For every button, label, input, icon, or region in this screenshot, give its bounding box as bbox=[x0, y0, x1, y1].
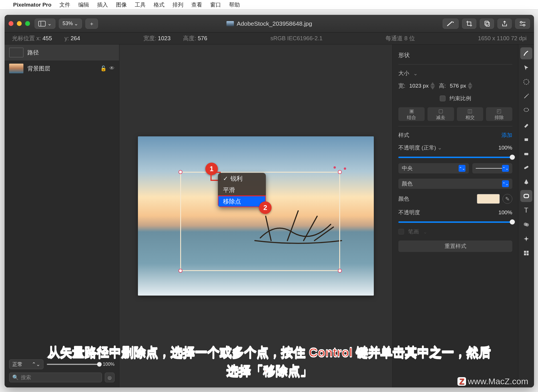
minimize-button[interactable] bbox=[17, 21, 22, 26]
context-item-smooth[interactable]: 平滑 bbox=[218, 184, 266, 196]
size-label[interactable]: 大小 bbox=[398, 70, 409, 77]
add-style-link[interactable]: 添加 bbox=[501, 132, 512, 139]
inspector-shape-title: 形状 bbox=[398, 51, 512, 59]
width-stepper[interactable] bbox=[430, 82, 435, 90]
tool-pen[interactable] bbox=[520, 176, 532, 188]
height-value[interactable]: 576 px bbox=[450, 83, 466, 89]
width-value[interactable]: 1023 px bbox=[409, 83, 429, 89]
layers-panel: 路径 背景图层 🔓 👁 正常⌃⌄ 100% bbox=[5, 45, 119, 387]
visibility-icon[interactable]: 👁 bbox=[109, 65, 115, 72]
boolean-exclude-button[interactable]: ◰排除 bbox=[486, 107, 512, 121]
arrow-icon bbox=[523, 65, 529, 70]
stroke-dash-select[interactable]: ⌃⌄ bbox=[472, 163, 512, 173]
app-name[interactable]: Pixelmator Pro bbox=[13, 2, 51, 8]
svg-rect-0 bbox=[39, 21, 45, 26]
duplicate-button[interactable] bbox=[480, 19, 494, 29]
tool-arrow[interactable] bbox=[520, 62, 532, 74]
svg-rect-13 bbox=[524, 153, 528, 155]
layer-name: 路径 bbox=[27, 49, 39, 56]
info-colorspace: sRGB IEC61966-2.1 bbox=[270, 35, 322, 42]
constrain-checkbox[interactable] bbox=[440, 96, 445, 101]
share-icon bbox=[501, 20, 508, 27]
intersect-icon: ◫ bbox=[467, 108, 472, 114]
menu-arrange[interactable]: 排列 bbox=[172, 1, 183, 9]
path-handle[interactable] bbox=[334, 166, 336, 169]
maximize-button[interactable] bbox=[25, 21, 30, 26]
menu-window[interactable]: 窗口 bbox=[210, 1, 221, 9]
tool-export[interactable] bbox=[520, 247, 532, 259]
filter-tags-button[interactable]: ◎ bbox=[105, 373, 115, 382]
tool-shape[interactable] bbox=[520, 190, 532, 202]
menu-edit[interactable]: 编辑 bbox=[78, 1, 89, 9]
tool-marquee[interactable] bbox=[520, 76, 532, 88]
tool-effects[interactable] bbox=[520, 233, 532, 245]
check-icon: ✓ bbox=[223, 175, 228, 182]
svg-rect-4 bbox=[486, 22, 489, 26]
path-handle[interactable] bbox=[344, 167, 346, 170]
lock-icon[interactable]: 🔓 bbox=[100, 65, 107, 72]
info-height: 高度: 576 bbox=[183, 35, 207, 42]
share-button[interactable] bbox=[497, 19, 512, 29]
adjustments-button[interactable] bbox=[515, 19, 530, 29]
menu-tools[interactable]: 工具 bbox=[135, 1, 146, 9]
menu-file[interactable]: 文件 bbox=[59, 1, 70, 9]
path-node[interactable] bbox=[338, 269, 342, 273]
stroke-align-select[interactable]: 中央⌃⌄ bbox=[398, 163, 469, 173]
tool-heal[interactable] bbox=[520, 161, 532, 173]
tool-lasso[interactable] bbox=[520, 104, 532, 116]
color-swatch[interactable] bbox=[477, 194, 500, 204]
tool-paint[interactable] bbox=[520, 119, 532, 131]
sliders-icon bbox=[519, 21, 526, 27]
canvas-area[interactable]: 1 ✓ 锐利 平滑 移除点 2 bbox=[119, 45, 392, 387]
menu-format[interactable]: 格式 bbox=[154, 1, 164, 9]
boolean-combine-button[interactable]: ▣结合 bbox=[398, 107, 425, 121]
macos-menubar[interactable]: Pixelmator Pro 文件 编辑 插入 图像 工具 格式 排列 查看 窗… bbox=[0, 0, 538, 10]
path-node[interactable] bbox=[338, 170, 342, 174]
path-node[interactable] bbox=[178, 170, 182, 174]
layer-search-input[interactable]: 🔍 搜索 bbox=[9, 373, 102, 382]
svg-rect-20 bbox=[524, 253, 526, 255]
opacity2-value: 100% bbox=[498, 209, 512, 216]
svg-point-11 bbox=[524, 108, 529, 112]
layer-row-path[interactable]: 路径 bbox=[5, 45, 119, 60]
reset-style-button[interactable]: 重置样式 bbox=[398, 241, 512, 252]
tool-erase[interactable] bbox=[520, 147, 532, 159]
tool-styles[interactable] bbox=[520, 47, 532, 59]
eyedropper-button[interactable]: ✎ bbox=[503, 194, 512, 204]
context-item-sharp[interactable]: ✓ 锐利 bbox=[218, 173, 266, 184]
height-stepper[interactable] bbox=[468, 82, 472, 90]
opacity2-slider[interactable] bbox=[398, 221, 512, 223]
menu-insert[interactable]: 插入 bbox=[97, 1, 108, 9]
stroke-color-select[interactable]: 颜色⌃⌄ bbox=[398, 179, 512, 189]
brush-checkbox[interactable] bbox=[398, 229, 404, 235]
context-item-remove-point[interactable]: 移除点 bbox=[218, 196, 266, 207]
add-button[interactable]: ＋ bbox=[85, 19, 98, 29]
layer-row-background[interactable]: 背景图层 🔓 👁 bbox=[5, 60, 119, 76]
layer-thumb-icon bbox=[9, 48, 23, 57]
close-button[interactable] bbox=[9, 21, 13, 26]
menu-image[interactable]: 图像 bbox=[116, 1, 127, 9]
search-placeholder: 搜索 bbox=[21, 374, 31, 381]
sidebar-toggle-button[interactable]: ⌄ bbox=[35, 19, 55, 29]
menu-help[interactable]: 帮助 bbox=[229, 1, 240, 9]
opacity-slider[interactable] bbox=[398, 157, 512, 158]
crop-button[interactable] bbox=[462, 19, 476, 29]
menu-view[interactable]: 查看 bbox=[191, 1, 202, 9]
constrain-label: 约束比例 bbox=[449, 95, 471, 102]
auto-enhance-button[interactable] bbox=[443, 19, 459, 29]
blend-mode-select[interactable]: 正常⌃⌄ bbox=[9, 359, 43, 369]
path-node[interactable] bbox=[178, 269, 182, 273]
tool-color-adjust[interactable] bbox=[520, 219, 532, 231]
tool-text[interactable]: T bbox=[520, 204, 532, 216]
cursor-x: 光标位置 x: 455 bbox=[12, 35, 52, 42]
tool-fill[interactable] bbox=[520, 133, 532, 145]
filename-label: AdobeStock_203958648.jpg bbox=[237, 20, 312, 27]
boolean-intersect-button[interactable]: ◫相交 bbox=[457, 107, 483, 121]
svg-point-6 bbox=[520, 21, 522, 23]
layer-opacity-slider[interactable] bbox=[47, 364, 99, 365]
zoom-level-dropdown[interactable]: 53% ⌄ bbox=[59, 19, 82, 29]
tool-magic-wand[interactable] bbox=[520, 90, 532, 102]
brush-icon bbox=[523, 50, 530, 57]
boolean-subtract-button[interactable]: ▢减去 bbox=[427, 107, 454, 121]
opacity-normal-label[interactable]: 不透明度 (正常) ⌄ bbox=[398, 144, 442, 151]
